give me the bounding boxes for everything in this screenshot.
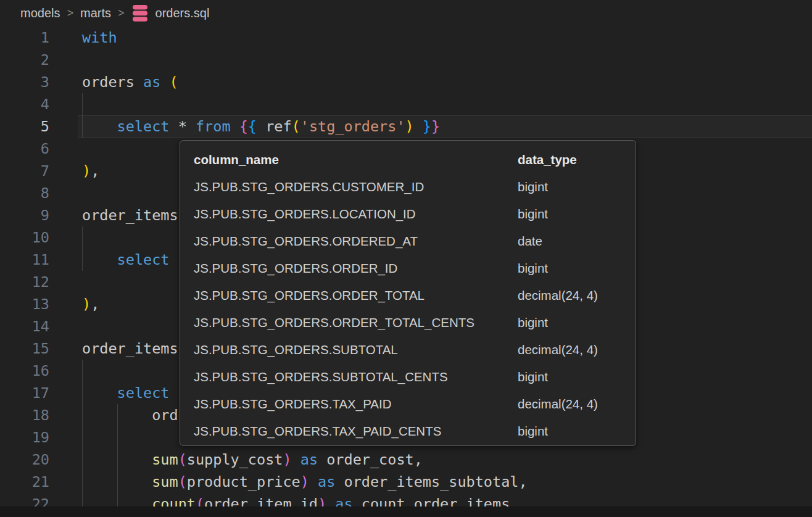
code-token: orders [82,73,143,91]
hover-popup: column_namedata_typeJS.PUB.STG_ORDERS.CU… [180,140,636,446]
chevron-right-icon: > [67,7,73,20]
line-number: 6 [0,138,49,160]
chevron-right-icon: > [118,7,125,20]
popup-column-name: JS.PUB.STG_ORDERS.ORDER_TOTAL_CENTS [194,309,518,336]
line-number: 3 [0,71,49,93]
code-token: as [300,451,318,468]
code-token: { [248,118,257,135]
code-line-text: order_items [49,204,178,226]
code-line-text: ), [49,293,99,315]
popup-data-type: decimal(24, 4) [518,336,636,363]
code-token: , [91,162,99,180]
code-line[interactable]: 20 sum(supply_cost) as order_cost, [0,449,812,471]
popup-column-name: JS.PUB.STG_ORDERS.LOCATION_ID [194,201,518,228]
code-line-text [49,138,82,160]
line-number: 8 [0,182,49,204]
popup-column-name: JS.PUB.STG_ORDERS.ORDER_TOTAL [194,282,518,309]
breadcrumb: models > marts > orders.sql [0,0,812,27]
code-token: product_price [187,473,300,490]
popup-column-name: JS.PUB.STG_ORDERS.ORDERED_AT [194,228,518,255]
popup-data-type: bigint [518,173,636,201]
code-line[interactable]: 21 sum(product_price) as order_items_sub… [0,471,812,493]
code-token [414,118,423,135]
line-number: 1 [0,27,49,49]
code-line[interactable]: 3orders as ( [0,71,812,93]
line-number: 18 [0,404,49,426]
code-token: { [239,118,248,135]
line-number: 11 [0,249,49,271]
code-line-text: ord [49,404,178,426]
popup-header: column_name [194,146,518,173]
code-line-text [49,426,82,449]
popup-column-name: JS.PUB.STG_ORDERS.TAX_PAID_CENTS [194,418,518,445]
code-line-text [49,49,82,71]
line-number: 20 [0,449,49,471]
code-token: sum [152,473,178,490]
line-number: 13 [0,293,49,315]
code-line-text: sum(product_price) as order_items_subtot… [49,471,528,493]
popup-data-type: bigint [518,363,636,391]
code-token: select [117,118,170,135]
code-line[interactable]: 4 [0,93,812,115]
code-token: ( [170,73,178,91]
code-line-text [49,315,82,337]
code-token [82,473,152,490]
code-token: , [91,296,99,313]
code-token: order_items [82,207,178,224]
code-line-text [49,93,82,115]
code-line-text: select [49,382,169,404]
code-token: order_items_subtotal, [335,473,527,490]
line-number: 4 [0,93,49,115]
code-line[interactable]: 2 [0,49,812,71]
column-type-table: column_namedata_typeJS.PUB.STG_ORDERS.CU… [194,146,636,445]
code-token [231,118,239,135]
code-token [257,118,265,135]
line-number: 17 [0,382,49,404]
popup-column-name: JS.PUB.STG_ORDERS.SUBTOTAL_CENTS [194,363,518,391]
popup-column-name: JS.PUB.STG_ORDERS.TAX_PAID [194,391,518,418]
database-icon [133,5,147,22]
popup-data-type: bigint [518,201,636,228]
line-number: 19 [0,426,49,449]
panel-edge [0,507,812,517]
code-line[interactable]: 5 select * from {{ ref('stg_orders') }} [0,115,812,138]
code-token [292,451,300,468]
popup-data-type: bigint [518,418,636,445]
code-token: as [143,73,160,91]
code-token [82,384,117,402]
code-token [160,73,169,91]
code-token: sum [152,451,178,468]
code-line-text [49,360,82,382]
code-token: ( [292,118,300,135]
line-number: 16 [0,360,49,382]
popup-data-type: bigint [518,255,636,282]
popup-data-type: bigint [518,309,636,336]
code-line-text [49,226,82,249]
line-number: 10 [0,226,49,249]
code-token: 'stg_orders' [300,118,405,135]
breadcrumb-item-models[interactable]: models [20,6,60,20]
code-line[interactable]: 1with [0,27,812,49]
code-token: ) [300,473,309,490]
line-number: 15 [0,337,49,360]
popup-data-type: decimal(24, 4) [518,282,636,309]
code-token: } [431,118,440,135]
code-token: * [169,118,195,135]
breadcrumb-item-marts[interactable]: marts [80,6,111,20]
code-line-text [49,271,82,293]
line-number: 9 [0,204,49,226]
code-token: ) [405,118,414,135]
code-line-text: order_items [49,337,178,360]
code-token: ( [178,473,187,490]
popup-column-name: JS.PUB.STG_ORDERS.CUSTOMER_ID [194,173,518,201]
code-token [82,118,117,135]
code-token: ( [178,451,187,468]
popup-column-name: JS.PUB.STG_ORDERS.SUBTOTAL [194,336,518,363]
breadcrumb-file-name[interactable]: orders.sql [155,6,210,20]
code-token: supply_cost [187,451,283,468]
code-line-text: select * from {{ ref('stg_orders') }} [49,115,440,138]
line-number: 7 [0,160,49,182]
code-token: as [318,473,335,490]
code-line-text: select [49,249,169,271]
popup-header: data_type [518,146,636,173]
